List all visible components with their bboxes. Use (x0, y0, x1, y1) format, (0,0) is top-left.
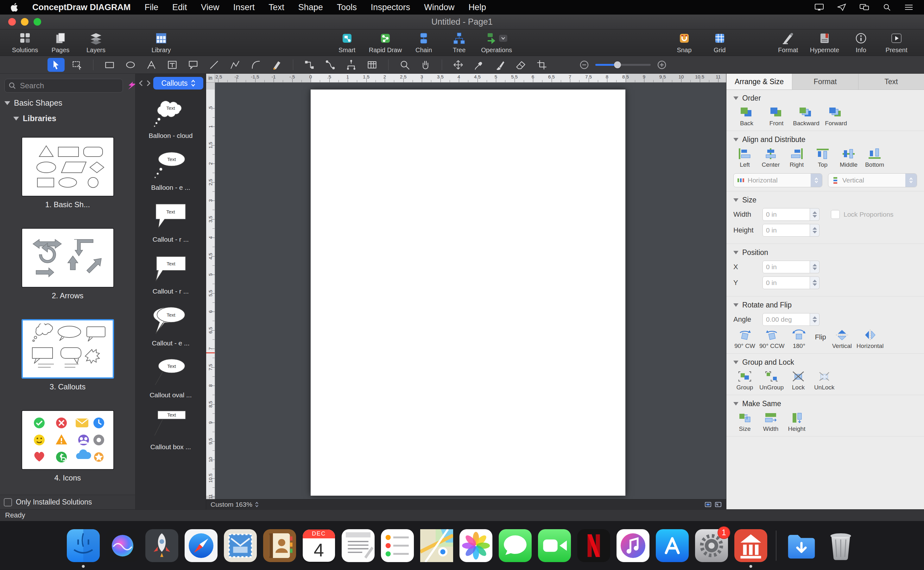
zoom-tool[interactable] (396, 58, 413, 72)
fit-page-icon[interactable] (704, 502, 712, 507)
dock-music-icon[interactable] (616, 528, 650, 563)
angle-stepper[interactable] (810, 313, 819, 326)
ungroup-button[interactable]: UnGroup (759, 371, 784, 391)
horizontal-ruler[interactable]: -2.5-2-1.5-1-.50.511.522.533.544.555.566… (215, 74, 726, 83)
align-right-button[interactable]: Right (785, 148, 808, 168)
chain-button[interactable]: Chain (410, 31, 437, 54)
minimize-button[interactable] (21, 18, 29, 26)
menu-app-name[interactable]: ConceptDraw DIAGRAM (32, 3, 131, 12)
text-tool[interactable] (143, 58, 160, 72)
align-left-button[interactable]: Left (733, 148, 756, 168)
dock-safari-icon[interactable] (184, 528, 218, 563)
dock-calendar-icon[interactable]: DEC 4 (301, 528, 336, 563)
library-selector-dropdown[interactable]: Callouts (153, 77, 203, 89)
group-button[interactable]: Group (733, 371, 756, 391)
section-rotate-header[interactable]: Rotate and Flip (733, 301, 917, 310)
snap-button[interactable]: Snap (671, 31, 698, 54)
close-button[interactable] (8, 18, 16, 26)
disclosure-triangle-icon[interactable] (733, 251, 738, 254)
dock-conceptdraw-icon[interactable] (733, 528, 768, 563)
info-button[interactable]: Info (847, 31, 875, 54)
basic-shapes-thumbnail[interactable] (22, 137, 114, 196)
search-input[interactable] (19, 81, 119, 90)
section-position-header[interactable]: Position (733, 248, 917, 257)
shape-item[interactable]: Text Balloon - e ... (150, 149, 191, 192)
width-stepper[interactable] (810, 208, 819, 221)
section-order-header[interactable]: Order (733, 94, 917, 103)
callouts-thumbnail[interactable] (22, 319, 114, 378)
menu-insert[interactable]: Insert (234, 3, 255, 12)
order-forward-button[interactable]: Forward (823, 106, 849, 127)
unlock-button[interactable]: UnLock (813, 371, 836, 391)
library-item-icons[interactable]: 4. Icons (22, 410, 114, 483)
marquee-select-tool[interactable] (68, 58, 86, 72)
apple-menu-icon[interactable] (11, 3, 18, 12)
dock-app-store-icon[interactable] (655, 528, 690, 563)
shape-item[interactable]: Text Balloon - cloud (149, 97, 193, 139)
disclosure-triangle-icon[interactable] (733, 97, 738, 100)
format-painter-tool[interactable] (492, 58, 509, 72)
dock-siri-icon[interactable] (105, 528, 140, 563)
zoom-button[interactable] (34, 18, 41, 26)
dock-launchpad-icon[interactable] (145, 528, 179, 563)
dock-system-preferences-icon[interactable]: 1 (694, 528, 729, 563)
ruler-unit-box[interactable]: in (206, 74, 215, 83)
pages-button[interactable]: Pages (47, 31, 74, 54)
order-back-button[interactable]: Back (733, 106, 760, 127)
disclosure-triangle-icon[interactable] (733, 138, 738, 141)
menu-shape[interactable]: Shape (298, 3, 323, 12)
callout-oval-line-preview[interactable]: Text (150, 356, 191, 389)
table-tool[interactable] (363, 58, 381, 72)
eraser-tool[interactable] (512, 58, 529, 72)
menu-tools[interactable]: Tools (337, 3, 357, 12)
y-input[interactable] (763, 276, 810, 289)
disclosure-triangle-icon[interactable] (13, 117, 19, 121)
section-make-same-header[interactable]: Make Same (733, 400, 917, 408)
section-group-header[interactable]: Group and Lock (733, 358, 917, 366)
tree-connector-tool[interactable] (343, 58, 360, 72)
balloon-cloud-preview[interactable]: Text (150, 97, 191, 129)
dock-photos-icon[interactable] (458, 528, 494, 563)
grid-button[interactable]: Grid (706, 31, 733, 54)
zoom-out-icon[interactable] (580, 60, 589, 70)
shape-item[interactable]: Text Callout oval ... (149, 356, 192, 399)
pen-tool[interactable] (268, 58, 285, 72)
polyline-tool[interactable] (226, 58, 243, 72)
callout-tool[interactable] (184, 58, 202, 72)
displays-icon[interactable] (859, 3, 870, 11)
screen-mirroring-icon[interactable] (815, 3, 824, 11)
align-center-button[interactable]: Center (759, 148, 782, 168)
menu-file[interactable]: File (145, 3, 158, 12)
disclosure-triangle-icon[interactable] (5, 101, 10, 105)
section-size-header[interactable]: Size (733, 196, 917, 204)
solutions-button[interactable]: Solutions (11, 31, 38, 54)
align-middle-button[interactable]: Middle (837, 148, 860, 168)
menu-inspectors[interactable]: Inspectors (371, 3, 410, 12)
rectangle-tool[interactable] (101, 58, 118, 72)
y-stepper[interactable] (810, 276, 819, 289)
ellipse-tool[interactable] (122, 58, 139, 72)
dock-contacts-icon[interactable] (262, 528, 297, 563)
distribute-vertical-dropdown[interactable]: Vertical (828, 173, 917, 187)
dock-messages-icon[interactable] (498, 528, 533, 563)
only-installed-checkbox[interactable] (4, 498, 12, 506)
order-front-button[interactable]: Front (763, 106, 790, 127)
section-align-header[interactable]: Align and Distribute (733, 135, 917, 144)
menu-list-icon[interactable] (904, 3, 913, 11)
height-stepper[interactable] (810, 224, 819, 237)
format-button[interactable]: Format (775, 31, 802, 54)
x-input[interactable] (763, 260, 810, 273)
shape-item[interactable]: Text Callout - e ... (150, 304, 191, 347)
menu-window[interactable]: Window (424, 3, 454, 12)
order-backward-button[interactable]: Backward (793, 106, 819, 127)
arrows-thumbnail[interactable] (22, 228, 114, 288)
menu-view[interactable]: View (201, 3, 220, 12)
icons-thumbnail[interactable] (22, 410, 114, 470)
arc-tool[interactable] (247, 58, 264, 72)
distribute-horizontal-dropdown[interactable]: Horizontal (733, 173, 823, 187)
dock-reminders-icon[interactable] (380, 528, 415, 563)
hypernote-button[interactable]: Hypernote (810, 31, 839, 54)
make-same-width-button[interactable]: Width (759, 412, 782, 432)
dock-mail-icon[interactable] (223, 528, 258, 563)
canvas-viewport[interactable] (215, 83, 726, 499)
